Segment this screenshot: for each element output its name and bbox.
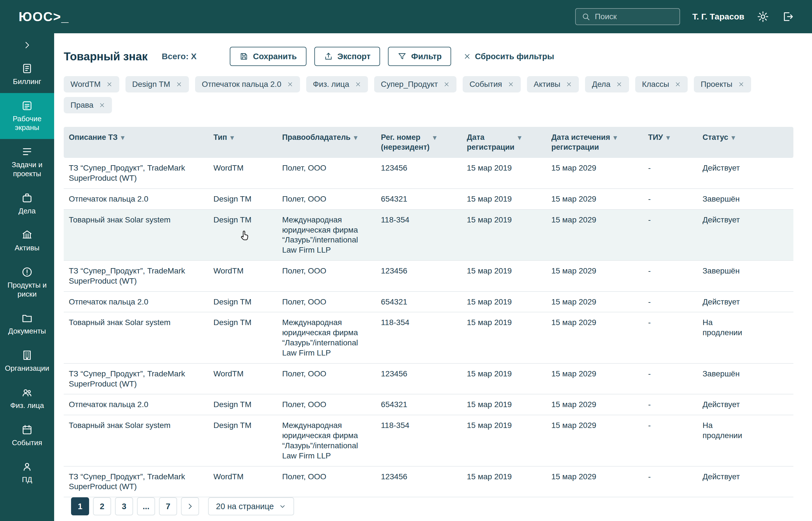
column-header[interactable]: Дата истечения регистрации▾ bbox=[546, 127, 643, 158]
column-header[interactable]: Рег. номер (нерезидент)▾ bbox=[376, 127, 462, 158]
sidebar-item-individuals[interactable]: Физ. лица bbox=[0, 380, 54, 417]
sidebar-item-workscreens[interactable]: Рабочие экраны bbox=[0, 93, 54, 139]
next-page-button[interactable] bbox=[181, 497, 199, 515]
chip-close-icon[interactable] bbox=[738, 81, 744, 87]
chip-close-icon[interactable] bbox=[616, 81, 622, 87]
filter-chip[interactable]: Физ. лица bbox=[306, 76, 368, 92]
sidebar-item-label: Рабочие экраны bbox=[3, 114, 51, 132]
table-row[interactable]: Отпечаток пальца 2.0Design TMПолет, ООО6… bbox=[64, 189, 793, 209]
chip-label: Классы bbox=[642, 80, 669, 89]
table-cell: 15 мар 2029 bbox=[546, 312, 643, 363]
table-cell: Design TM bbox=[208, 209, 277, 260]
sidebar-item-tasks-projects[interactable]: Задачи и проекты bbox=[0, 139, 54, 185]
table-cell: Полет, ООО bbox=[277, 260, 376, 292]
table-cell: WordTM bbox=[208, 158, 277, 189]
table-cell: 15 мар 2029 bbox=[546, 209, 643, 260]
sidebar-item-assets[interactable]: Активы bbox=[0, 222, 54, 259]
table-cell: Design TM bbox=[208, 189, 277, 209]
app-logo: ЮОС>_ bbox=[19, 9, 69, 24]
sort-icon[interactable]: ▾ bbox=[666, 133, 670, 142]
search-input[interactable]: Поиск bbox=[575, 8, 680, 25]
chip-close-icon[interactable] bbox=[99, 102, 105, 108]
sort-icon[interactable]: ▾ bbox=[613, 133, 617, 142]
logout-icon[interactable] bbox=[782, 10, 794, 23]
sort-icon[interactable]: ▾ bbox=[354, 133, 357, 142]
sidebar-item-documents[interactable]: Документы bbox=[0, 305, 54, 342]
table-cell: - bbox=[643, 260, 698, 292]
table-row[interactable]: ТЗ “Супер_Продукт”, TradeMark SuperProdu… bbox=[64, 158, 793, 189]
chip-close-icon[interactable] bbox=[287, 81, 293, 87]
sort-icon[interactable]: ▾ bbox=[518, 133, 521, 142]
table-cell: Полет, ООО bbox=[277, 292, 376, 312]
column-header[interactable]: Описание ТЗ▾ bbox=[64, 127, 208, 158]
chip-label: Супер_Продукт bbox=[381, 80, 438, 89]
page-button-7[interactable]: 7 bbox=[159, 497, 177, 515]
topbar: ЮОС>_ Поиск Т. Г. Тарасов bbox=[0, 0, 812, 33]
filter-chip[interactable]: События bbox=[463, 76, 521, 92]
filter-chip[interactable]: Активы bbox=[527, 76, 579, 92]
filter-chip[interactable]: WordTM bbox=[64, 76, 119, 92]
column-header[interactable]: ТИУ▾ bbox=[643, 127, 698, 158]
table-cell: 123456 bbox=[376, 363, 462, 394]
sidebar-item-organizations[interactable]: Организации bbox=[0, 342, 54, 380]
table-row[interactable]: Товарный знак Solar systemDesign TMМежду… bbox=[64, 209, 793, 260]
filter-chip[interactable]: Супер_Продукт bbox=[374, 76, 456, 92]
chip-close-icon[interactable] bbox=[355, 81, 361, 87]
sidebar-item-cases[interactable]: Дела bbox=[0, 185, 54, 223]
column-header[interactable]: Правообладатель▾ bbox=[277, 127, 376, 158]
chip-close-icon[interactable] bbox=[444, 81, 450, 87]
chip-close-icon[interactable] bbox=[566, 81, 572, 87]
page-button-2[interactable]: 2 bbox=[93, 497, 111, 515]
table-cell: - bbox=[643, 189, 698, 209]
user-name[interactable]: Т. Г. Тарасов bbox=[693, 12, 744, 21]
table-cell: - bbox=[643, 158, 698, 189]
page-ellipsis[interactable]: ... bbox=[137, 497, 155, 515]
filter-chip[interactable]: Классы bbox=[635, 76, 687, 92]
sidebar-item-products-risks[interactable]: Продукты и риски bbox=[0, 259, 54, 305]
chip-close-icon[interactable] bbox=[675, 81, 681, 87]
table-row[interactable]: Отпечаток пальца 2.0Design TMПолет, ООО6… bbox=[64, 292, 793, 312]
sort-icon[interactable]: ▾ bbox=[121, 133, 125, 142]
save-label: Сохранить bbox=[253, 52, 297, 61]
table-row[interactable]: ТЗ “Супер_Продукт”, TradeMark SuperProdu… bbox=[64, 466, 793, 497]
export-button[interactable]: Экспорт bbox=[314, 47, 380, 66]
sidebar-item-pd[interactable]: ПД bbox=[0, 454, 54, 491]
page-button-1[interactable]: 1 bbox=[71, 497, 89, 515]
table-row[interactable]: Отпечаток пальца 2.0Design TMПолет, ООО6… bbox=[64, 394, 793, 415]
filter-button[interactable]: Фильтр bbox=[388, 47, 451, 66]
table-cell: 15 мар 2019 bbox=[462, 209, 546, 260]
column-header[interactable]: Статус▾ bbox=[698, 127, 793, 158]
sidebar-item-billing[interactable]: Биллинг bbox=[0, 56, 54, 93]
table-row[interactable]: Товарный знак Solar systemDesign TMМежду… bbox=[64, 415, 793, 466]
settings-gear-icon[interactable] bbox=[757, 10, 769, 23]
table-row[interactable]: Товарный знак Solar systemDesign TMМежду… bbox=[64, 312, 793, 363]
per-page-select[interactable]: 20 на странице bbox=[208, 497, 294, 515]
column-header[interactable]: Тип▾ bbox=[208, 127, 277, 158]
reset-filters-button[interactable]: Сбросить фильтры bbox=[464, 52, 554, 61]
table-cell: WordTM bbox=[208, 466, 277, 497]
filter-chip[interactable]: Дела bbox=[585, 76, 629, 92]
filter-chip[interactable]: Права bbox=[64, 97, 112, 113]
filter-chip[interactable]: Отпечаток пальца 2.0 bbox=[195, 76, 300, 92]
page-button-3[interactable]: 3 bbox=[115, 497, 133, 515]
table-cell: Международная юридическая фирма “Лазурь”… bbox=[277, 312, 376, 363]
table-cell: 654321 bbox=[376, 394, 462, 415]
table-row[interactable]: ТЗ “Супер_Продукт”, TradeMark SuperProdu… bbox=[64, 260, 793, 292]
column-label: Описание ТЗ bbox=[69, 133, 118, 142]
chip-close-icon[interactable] bbox=[106, 81, 112, 87]
screens-icon bbox=[21, 100, 33, 112]
sort-icon[interactable]: ▾ bbox=[731, 133, 735, 142]
chip-close-icon[interactable] bbox=[508, 81, 514, 87]
column-header[interactable]: Дата регистрации▾ bbox=[462, 127, 546, 158]
filter-chip[interactable]: Проекты bbox=[694, 76, 751, 92]
filter-chip[interactable]: Design TM bbox=[126, 76, 189, 92]
table-row[interactable]: ТЗ “Супер_Продукт”, TradeMark SuperProdu… bbox=[64, 363, 793, 394]
table-cell: Завершён bbox=[698, 363, 793, 394]
sort-icon[interactable]: ▾ bbox=[230, 133, 234, 142]
chip-close-icon[interactable] bbox=[176, 81, 182, 87]
save-button[interactable]: Сохранить bbox=[230, 47, 306, 66]
sort-icon[interactable]: ▾ bbox=[433, 133, 436, 142]
alert-icon bbox=[21, 266, 33, 278]
sidebar-expand-toggle[interactable] bbox=[0, 35, 54, 56]
sidebar-item-events[interactable]: События bbox=[0, 417, 54, 454]
